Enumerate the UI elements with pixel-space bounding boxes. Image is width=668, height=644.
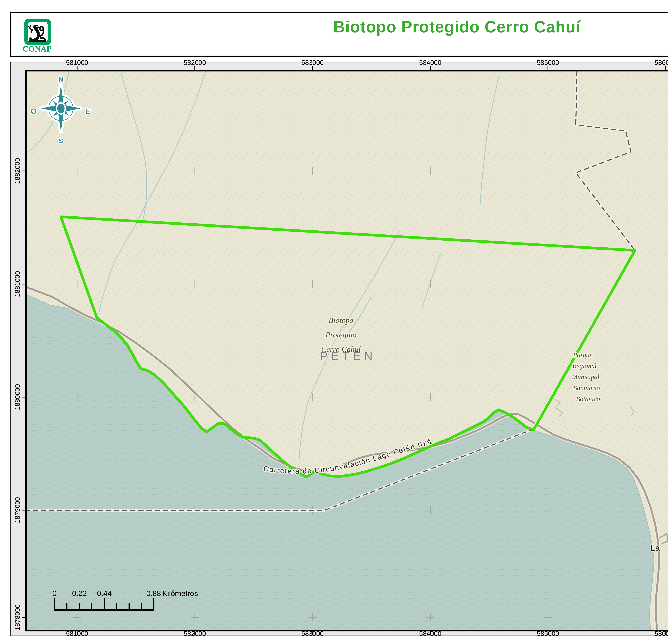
y-label: 1879000 bbox=[14, 497, 21, 523]
parque-label-line5: Botánico bbox=[576, 395, 600, 403]
x-label: 585000 bbox=[537, 59, 559, 66]
biotopo-label-line1: Biotopo bbox=[329, 316, 353, 325]
x-label: 585000 bbox=[537, 630, 559, 637]
map-canvas: Biotopo Protegido Cerro Cahuí PETÉN Parq… bbox=[0, 0, 668, 644]
compass-n: N bbox=[58, 75, 64, 83]
parque-label-line3: Municipal bbox=[572, 373, 599, 380]
map-body: Biotopo Protegido Cerro Cahuí PETÉN Parq… bbox=[26, 71, 668, 631]
x-label: 586000 bbox=[654, 630, 668, 637]
peten-label: PETÉN bbox=[320, 349, 376, 362]
x-label: 583000 bbox=[301, 59, 324, 66]
laguna-label: La bbox=[651, 543, 660, 552]
map-sheet: CONAP Biotopo Protegido Cerro Cahuí DAGe… bbox=[0, 0, 668, 644]
scale-units: Kilómetros bbox=[162, 589, 198, 598]
x-label: 581000 bbox=[66, 59, 88, 66]
y-label: 1882000 bbox=[14, 158, 21, 184]
compass-e: E bbox=[86, 107, 91, 115]
x-label: 584000 bbox=[419, 630, 441, 637]
y-label: 1878000 bbox=[14, 604, 21, 630]
x-label: 582000 bbox=[184, 630, 206, 637]
scale-022: 0.22 bbox=[72, 589, 87, 598]
scale-0: 0 bbox=[52, 589, 57, 598]
y-label: 1880000 bbox=[14, 384, 21, 410]
scale-044: 0.44 bbox=[97, 589, 112, 598]
x-label: 581000 bbox=[66, 630, 88, 637]
x-label: 584000 bbox=[419, 59, 441, 66]
scale-088: 0.88 bbox=[146, 589, 161, 598]
x-label: 583000 bbox=[301, 630, 324, 637]
compass-s: S bbox=[59, 137, 63, 144]
x-label: 582000 bbox=[184, 59, 206, 66]
x-label: 586000 bbox=[654, 59, 668, 66]
biotopo-label-line2: Protegido bbox=[325, 330, 356, 339]
parque-label-line4: Santuario bbox=[574, 384, 600, 392]
y-label: 1881000 bbox=[14, 271, 21, 297]
parque-label-line2: Regional bbox=[572, 362, 596, 370]
compass-o: O bbox=[31, 107, 36, 115]
parque-label-line1: Parque bbox=[573, 351, 592, 359]
